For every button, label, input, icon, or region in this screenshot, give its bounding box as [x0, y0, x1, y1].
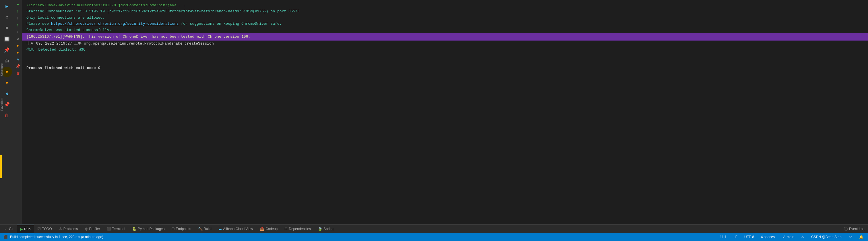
run-gear-icon[interactable]: ⚙: [14, 36, 21, 42]
run-tab-icon: ▶: [20, 227, 23, 231]
indent-indicator[interactable]: 4 spaces: [760, 235, 776, 239]
python-packages-tab-label: Python Packages: [138, 227, 164, 231]
run-tab-label: Run: [24, 227, 30, 231]
console-line-9: [26, 53, 863, 59]
console-text-3: Only local connections are allowed.: [26, 15, 105, 21]
run-pin-icon[interactable]: 📌: [14, 63, 21, 70]
console-text-7: 十月 09, 2022 2:19:27 上午 org.openqa.seleni…: [26, 41, 214, 47]
status-bar: ⬛ Build completed successfully in 1 sec,…: [0, 233, 868, 241]
git-tab-label: Git: [9, 227, 13, 231]
event-log-label: Event Log: [849, 227, 865, 231]
console-line-3: Only local connections are allowed.: [26, 15, 863, 21]
console-text-4-prefix: Please see: [26, 21, 51, 27]
play-sidebar-icon[interactable]: ▶: [2, 1, 12, 11]
console-line-8: 信息: Detected dialect: W3C: [26, 47, 863, 53]
git-branch-icon[interactable]: ⎇ main: [780, 235, 795, 239]
build-status-icon: ⬛: [3, 235, 8, 239]
todo-tab[interactable]: ☑ TODO: [34, 224, 55, 233]
favorites-label: Favorites: [0, 98, 3, 111]
structure-label: Structure: [0, 63, 3, 76]
spring-tab[interactable]: 🍃 Spring: [314, 224, 337, 233]
console-line-11: Process finished with exit code 0: [26, 65, 863, 71]
endpoints-tab-icon: ⬡: [172, 226, 175, 231]
warning-status-icon[interactable]: ⚠: [800, 235, 805, 239]
dependencies-tab[interactable]: ⊞ Dependencies: [281, 224, 314, 233]
problems-tab[interactable]: ⚠ Problems: [55, 224, 82, 233]
run-tab[interactable]: ▶ Run: [17, 224, 34, 233]
codeup-tab[interactable]: 📤 Codeup: [256, 224, 281, 233]
event-log-btn[interactable]: ! Event Log: [840, 224, 868, 233]
problems-tab-label: Problems: [63, 227, 78, 231]
notification-icon[interactable]: 🔔: [858, 235, 865, 239]
terminal-tab[interactable]: ⬛ Terminal: [104, 224, 129, 233]
sync-icon[interactable]: ⟳: [848, 235, 854, 239]
status-right: 11:1 LF UTF-8 4 spaces ⎇ main ⚠ CSDN @Be…: [719, 235, 865, 239]
camera-sidebar-icon[interactable]: 🔲: [2, 34, 12, 44]
codeup-tab-label: Codeup: [266, 227, 278, 231]
profiler-tab[interactable]: ◎ Profiler: [82, 224, 104, 233]
console-text-1: /Library/Java/JavaVirtualMachines/zulu-8…: [26, 2, 185, 8]
todo-tab-icon: ☑: [37, 226, 41, 231]
python-packages-tab[interactable]: 🐍 Python Packages: [129, 224, 168, 233]
charset-indicator[interactable]: UTF-8: [743, 235, 755, 239]
console-text-5: ChromeDriver was started successfully.: [26, 27, 112, 33]
run-orange2-icon[interactable]: ●: [14, 50, 21, 56]
run-up1-icon[interactable]: ↑: [14, 8, 21, 15]
run-down1-icon[interactable]: ↓: [14, 15, 21, 21]
status-left: ⬛ Build completed successfully in 1 sec,…: [3, 235, 103, 239]
console-text-4-suffix: for suggestions on keeping ChromeDriver …: [179, 21, 282, 27]
run-toolbar: ▶ ↑ ↓ ↑ ↓ ⚙ ● ● 🖨 📌 🗑: [14, 0, 22, 224]
run-printer-icon[interactable]: 🖨: [14, 56, 21, 63]
run-trash-icon[interactable]: 🗑: [14, 70, 21, 77]
build-tab[interactable]: 🔨 Build: [195, 224, 215, 233]
terminal-tab-label: Terminal: [112, 227, 125, 231]
console-warning: [1665253167.791][WARNING]: This version …: [22, 33, 868, 40]
spring-tab-icon: 🍃: [318, 226, 322, 231]
console-line-6: [1665253167.791][WARNING]: This version …: [26, 33, 863, 40]
position-indicator[interactable]: 11:1: [719, 235, 727, 239]
trash-sidebar-icon[interactable]: 🗑: [2, 110, 12, 121]
alibaba-tab[interactable]: ☁ Alibaba Cloud View: [215, 224, 256, 233]
console-text-8: 信息: Detected dialect: W3C: [26, 47, 85, 53]
printer-sidebar-icon[interactable]: 🖨: [2, 88, 12, 99]
run-play-icon[interactable]: ▶: [14, 1, 21, 7]
build-tab-label: Build: [204, 227, 212, 231]
todo-tab-label: TODO: [42, 227, 52, 231]
run-orange1-icon[interactable]: ●: [14, 43, 21, 49]
console-line-5: ChromeDriver was started successfully.: [26, 27, 863, 33]
console-line-4: Please see https://chromedriver.chromium…: [26, 21, 863, 27]
console-line-7: 十月 09, 2022 2:19:27 上午 org.openqa.seleni…: [26, 41, 863, 47]
endpoints-tab-label: Endpoints: [176, 227, 191, 231]
pin-sidebar-icon[interactable]: 📌: [2, 45, 12, 55]
dependencies-tab-icon: ⊞: [284, 226, 288, 231]
git-tab-icon: ⎇: [3, 226, 8, 231]
git-tab[interactable]: ⎇ Git: [0, 224, 17, 233]
console-link[interactable]: https://chromedriver.chromium.org/securi…: [51, 21, 179, 27]
git-branch-label: main: [787, 235, 794, 239]
python-packages-tab-icon: 🐍: [132, 226, 136, 231]
event-log-icon: !: [844, 227, 848, 231]
run-up2-icon[interactable]: ↑: [14, 22, 21, 28]
alibaba-tab-label: Alibaba Cloud View: [223, 227, 253, 231]
left-sidebar: ▶ ⚙ ■ 🔲 📌 🗂 ● ● 🖨 📌 🗑 Structure Favorite…: [0, 0, 14, 224]
encoding-indicator[interactable]: LF: [732, 235, 739, 239]
bottom-toolbar: ⎇ Git ▶ Run ☑ TODO ⚠ Problems ◎ Profiler…: [0, 224, 868, 233]
console-line-10: [26, 59, 863, 65]
user-status[interactable]: CSDN @BeamStark: [810, 235, 844, 239]
codeup-tab-icon: 📤: [260, 226, 265, 231]
profiler-tab-label: Profiler: [89, 227, 100, 231]
terminal-tab-icon: ⬛: [107, 227, 111, 231]
git-sidebar-icon[interactable]: ●: [2, 78, 12, 88]
alibaba-tab-icon: ☁: [218, 226, 222, 231]
stop-sidebar-icon[interactable]: ■: [2, 23, 12, 33]
dependencies-tab-label: Dependencies: [289, 227, 311, 231]
build-tab-icon: 🔨: [198, 226, 203, 231]
console-text-2: Starting ChromeDriver 105.0.5195.19 (b9c…: [26, 8, 300, 15]
run-down2-icon[interactable]: ↓: [14, 29, 21, 35]
build-status-text: Build completed successfully in 1 sec, 2…: [10, 235, 103, 239]
profiler-tab-icon: ◎: [85, 226, 88, 231]
settings-sidebar-icon[interactable]: ⚙: [2, 12, 12, 22]
endpoints-tab[interactable]: ⬡ Endpoints: [168, 224, 194, 233]
console-line-1: /Library/Java/JavaVirtualMachines/zulu-8…: [26, 2, 863, 8]
console-line-2: Starting ChromeDriver 105.0.5195.19 (b9c…: [26, 8, 863, 15]
